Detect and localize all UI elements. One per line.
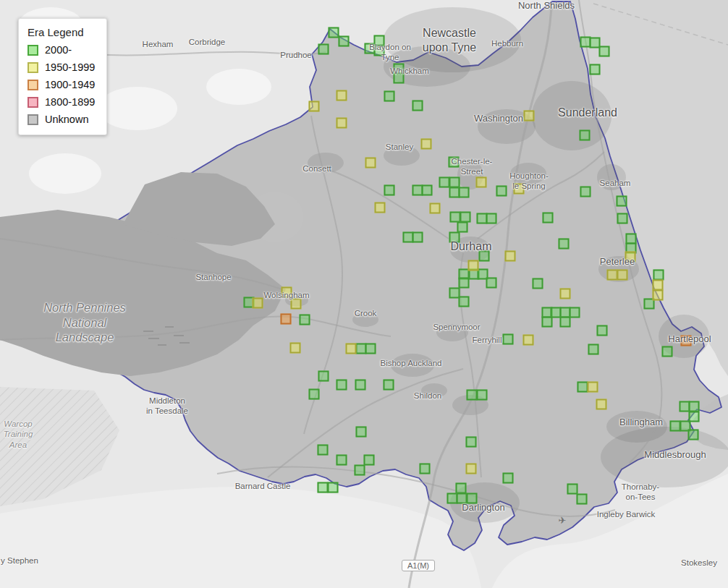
map-marker[interactable] [477,390,488,401]
map-marker[interactable] [524,111,535,122]
map-marker[interactable] [384,380,394,391]
map-marker[interactable] [449,232,460,243]
map-marker[interactable] [364,455,375,466]
map-marker[interactable] [466,464,477,474]
map-marker[interactable] [514,184,525,195]
map-marker[interactable] [318,44,329,55]
map-marker[interactable] [355,465,365,476]
map-marker[interactable] [337,455,347,466]
map-marker[interactable] [337,118,347,129]
map-marker[interactable] [394,73,405,84]
map-marker[interactable] [384,91,395,102]
map-marker[interactable] [570,307,580,318]
map-marker[interactable] [318,445,329,456]
map-marker[interactable] [617,270,628,281]
map-marker[interactable] [328,482,339,493]
map-marker[interactable] [599,46,610,57]
map-marker[interactable] [329,27,339,38]
map-marker[interactable] [689,401,700,412]
map-marker[interactable] [681,336,692,346]
map-marker[interactable] [607,270,618,281]
map-marker[interactable] [365,158,376,169]
map-marker[interactable] [617,213,628,224]
map-marker[interactable] [430,203,441,214]
map-marker[interactable] [468,260,479,271]
map-marker[interactable] [560,289,571,299]
map-marker[interactable] [290,343,301,354]
map-marker[interactable] [662,346,673,357]
map-marker[interactable] [653,290,664,301]
map-marker[interactable] [588,382,598,393]
map-marker[interactable] [412,232,423,243]
map-marker[interactable] [374,46,385,56]
map-marker[interactable] [346,344,357,354]
map-marker[interactable] [653,280,664,291]
map-marker[interactable] [543,213,554,223]
map-marker[interactable] [459,187,470,198]
map-marker[interactable] [476,177,487,188]
map-marker[interactable] [559,239,570,250]
map-marker[interactable] [282,287,292,298]
map-marker[interactable] [457,493,467,504]
map-marker[interactable] [596,399,607,410]
map-marker[interactable] [412,101,423,111]
map-marker[interactable] [439,177,450,188]
map-marker[interactable] [567,484,578,495]
map-marker[interactable] [460,212,471,223]
map-marker[interactable] [457,222,468,233]
map-marker[interactable] [503,473,514,484]
map-marker[interactable] [466,437,477,448]
map-marker[interactable] [318,482,329,493]
map-marker[interactable] [281,314,292,325]
map-marker[interactable] [337,380,347,391]
map-marker[interactable] [617,196,627,207]
map-marker[interactable] [496,186,507,197]
map-marker[interactable] [300,315,310,325]
map-marker[interactable] [384,185,395,196]
map-marker[interactable] [291,299,302,310]
map-marker[interactable] [688,430,699,440]
map-marker[interactable] [449,177,460,188]
map-marker[interactable] [422,185,433,196]
map-marker[interactable] [503,334,514,345]
map-marker[interactable] [309,389,320,400]
map-marker[interactable] [590,64,601,75]
map-marker[interactable] [459,278,470,289]
map-marker[interactable] [356,427,367,438]
map-marker[interactable] [625,252,636,263]
map-marker[interactable] [374,35,385,46]
map-marker[interactable] [467,390,478,401]
map-marker[interactable] [653,270,664,281]
map-marker[interactable] [523,335,534,346]
map-marker[interactable] [670,421,681,432]
map-marker[interactable] [580,130,591,141]
map-marker[interactable] [355,380,366,391]
map-marker[interactable] [337,90,347,101]
map-marker[interactable] [450,212,461,223]
map-marker[interactable] [588,344,599,355]
map-marker[interactable] [420,464,431,474]
map-marker[interactable] [533,278,543,289]
map-marker[interactable] [449,157,460,168]
map-marker[interactable] [486,213,497,224]
map-marker[interactable] [479,251,490,262]
map-marker[interactable] [421,139,432,150]
map-marker[interactable] [467,493,478,504]
map-canvas[interactable]: North ShieldsNewcastle upon TyneHebburnH… [0,0,728,588]
map-marker[interactable] [339,36,350,47]
map-marker[interactable] [375,203,386,213]
map-marker[interactable] [456,483,467,494]
map-marker[interactable] [577,382,588,393]
map-marker[interactable] [309,101,320,112]
map-marker[interactable] [505,251,516,262]
map-marker[interactable] [577,494,588,505]
map-marker[interactable] [486,278,497,289]
map-marker[interactable] [542,317,553,328]
map-marker[interactable] [459,297,470,307]
map-marker[interactable] [560,317,571,328]
map-marker[interactable] [597,325,608,336]
map-marker[interactable] [580,187,591,197]
map-marker[interactable] [365,344,376,354]
map-marker[interactable] [318,371,329,382]
map-marker[interactable] [253,298,263,309]
